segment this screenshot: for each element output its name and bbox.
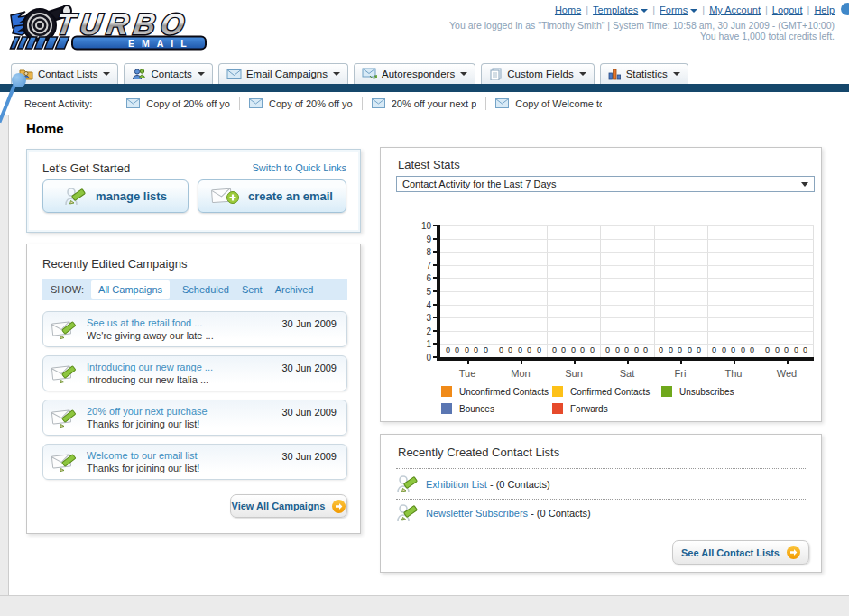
x-axis-label: Sun (548, 368, 600, 379)
switch-to-quick-links[interactable]: Switch to Quick Links (252, 162, 346, 173)
recent-activity-item[interactable]: Copy of 20% off yo (117, 97, 240, 110)
chevron-down-icon (673, 72, 680, 76)
filter-all-campaigns[interactable]: All Campaigns (91, 280, 170, 299)
arrow-right-icon (332, 500, 346, 513)
chart-value-label: 0 (731, 345, 735, 354)
campaign-card[interactable]: Introducing our new range ... Introducin… (42, 355, 347, 391)
filter-sent[interactable]: Sent (242, 284, 263, 295)
campaign-card[interactable]: See us at the retail food ... We're givi… (42, 311, 347, 347)
link-home[interactable]: Home (555, 5, 581, 15)
manage-lists-button[interactable]: manage lists (42, 179, 189, 213)
email-campaigns-icon (226, 69, 242, 80)
recent-activity-text: Copy of 20% off yo (146, 98, 230, 109)
recent-activity-item[interactable]: Copy of Welcome to (486, 97, 611, 110)
nav-tab-contact-lists[interactable]: Contact Lists (11, 63, 118, 84)
contact-list-link[interactable]: Newsletter Subscribers (426, 508, 528, 519)
nav-tab-email-campaigns[interactable]: Email Campaigns (218, 63, 348, 84)
manage-lists-label: manage lists (96, 189, 167, 203)
legend-label: Confirmed Contacts (570, 387, 650, 397)
link-logout[interactable]: Logout (772, 5, 803, 15)
nav-tab-label: Contacts (151, 69, 191, 79)
legend-swatch (441, 386, 452, 397)
legend-label: Bounces (459, 404, 494, 414)
chart-value-label: 0 (561, 345, 566, 354)
chart-value-label: 0 (794, 345, 798, 354)
recent-activity-item[interactable]: Copy of 20% off yo (240, 97, 363, 110)
recent-activity-item[interactable]: 20% off your next p (363, 97, 487, 110)
link-templates[interactable]: Templates (593, 5, 638, 15)
create-email-button[interactable]: create an email (198, 179, 346, 213)
link-forms[interactable]: Forms (660, 5, 688, 15)
chart-value-label: 0 (784, 345, 789, 354)
nav-tab-statistics[interactable]: Statistics (600, 63, 688, 84)
nav-tab-autoresponders[interactable]: Autoresponders (354, 63, 475, 84)
campaign-card[interactable]: 20% off your next purchase Thanks for jo… (42, 400, 347, 436)
nav-tab-custom-fields[interactable]: Custom Fields (481, 63, 595, 84)
campaign-date: 30 Jun 2009 (281, 451, 337, 462)
help-bubble-icon[interactable] (841, 3, 849, 15)
x-axis-label: Sat (601, 368, 653, 379)
custom-fields-icon (489, 68, 503, 80)
see-all-contact-lists-button[interactable]: See All Contact Lists (672, 540, 809, 565)
campaign-title-link[interactable]: Introducing our new range ... (87, 362, 213, 372)
chart-value-label: 0 (669, 345, 673, 354)
chart-value-label: 0 (446, 345, 450, 354)
logo-email-text: EMAIL (128, 38, 194, 49)
chart-value-label: 0 (624, 345, 629, 354)
chart-value-label: 0 (537, 345, 541, 354)
campaign-subtitle: Thanks for joining our list! (87, 463, 199, 473)
campaign-title-link[interactable]: 20% off your next purchase (87, 406, 208, 417)
recent-activity-text: Copy of Welcome to (515, 98, 602, 109)
nav-tab-label: Statistics (626, 69, 668, 79)
link-help[interactable]: Help (814, 5, 835, 15)
turbo-email-logo: TURBO EMAIL (5, 3, 213, 51)
view-all-campaigns-button[interactable]: View All Campaigns (230, 494, 347, 518)
latest-stats-title: Latest Stats (398, 158, 460, 171)
contact-list-item[interactable]: Exhibition List - (0 Contacts) (396, 473, 550, 496)
y-axis-label: 2 (410, 326, 431, 336)
y-axis-label: 6 (410, 273, 431, 283)
chart-value-label: 0 (722, 345, 726, 354)
chevron-down-icon (333, 72, 340, 76)
envelope-pencil-icon (51, 318, 78, 342)
recent-activity-text: 20% off your next p (392, 98, 477, 109)
legend-swatch (441, 403, 452, 414)
chart-value-label: 0 (518, 345, 522, 354)
y-axis-label: 7 (410, 261, 431, 271)
campaign-date: 30 Jun 2009 (281, 407, 337, 418)
footer (0, 595, 849, 616)
stats-dropdown[interactable]: Contact Activity for the Last 7 Days (396, 176, 815, 192)
chart-value-label: 0 (571, 345, 576, 354)
link-my-account[interactable]: My Account (709, 5, 761, 15)
filter-scheduled[interactable]: Scheduled (182, 284, 229, 295)
envelope-plus-icon (211, 187, 240, 207)
chevron-down-icon (460, 72, 467, 76)
campaign-card[interactable]: Welcome to our email list Thanks for joi… (42, 444, 347, 480)
header: TURBO EMAIL Home|Templates|Forms|My Acco… (0, 0, 849, 92)
campaign-title-link[interactable]: Welcome to our email list (87, 450, 198, 461)
envelope-pencil-icon (51, 451, 78, 474)
x-axis-label: Mon (494, 368, 547, 379)
nav-tab-contacts[interactable]: Contacts (124, 63, 212, 84)
person-pencil-icon (396, 473, 420, 496)
envelope-pencil-icon (51, 407, 78, 430)
chart-value-label: 0 (527, 345, 531, 354)
chart-value-label: 0 (803, 345, 807, 354)
chart-value-label: 0 (499, 345, 503, 354)
envelope-icon (495, 98, 509, 108)
envelope-icon (249, 98, 263, 108)
y-axis-label: 9 (410, 234, 431, 244)
campaign-title-link[interactable]: See us at the retail food ... (87, 317, 202, 328)
contact-list-link[interactable]: Exhibition List (426, 479, 487, 490)
legend-item: Bounces (441, 403, 494, 414)
filter-archived[interactable]: Archived (275, 284, 314, 295)
legend-item: Confirmed Contacts (552, 386, 650, 397)
legend-label: Unsubscribes (679, 387, 734, 397)
contact-list-item[interactable]: Newsletter Subscribers - (0 Contacts) (396, 501, 591, 525)
campaign-subtitle: Introducing our new Italia ... (87, 374, 208, 385)
legend-swatch (661, 386, 672, 397)
left-gutter (0, 115, 9, 616)
stats-chart: 00000000000000000000000000000000000 (437, 225, 814, 361)
latest-stats-panel: Latest Stats Contact Activity for the La… (380, 147, 822, 422)
y-axis-label: 1 (410, 339, 431, 349)
